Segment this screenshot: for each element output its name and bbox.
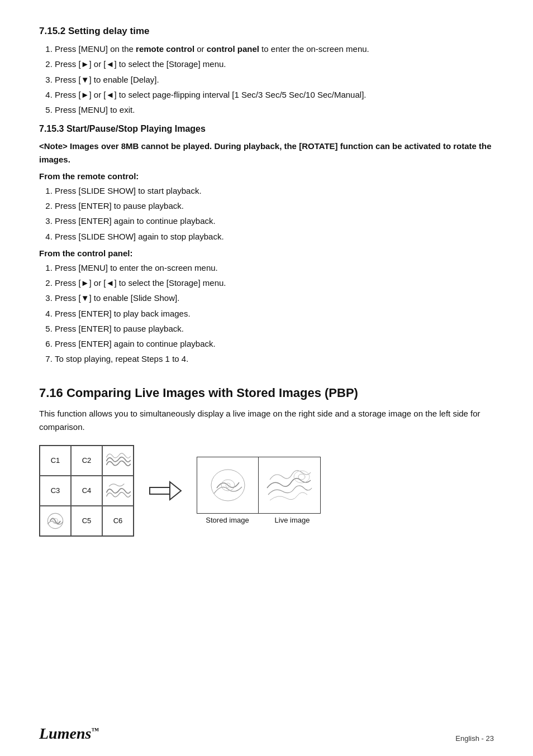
control-step-6: Press [ENTER] again to continue playback… bbox=[55, 337, 494, 350]
control-step-1: Press [MENU] to enter the on-screen menu… bbox=[55, 261, 494, 274]
arrow-right-icon bbox=[149, 480, 182, 502]
cell-c1: C1 bbox=[40, 446, 71, 476]
pbp-diagram: C1 C2 C3 C4 bbox=[39, 445, 494, 537]
section-716-description: This function allows you to simultaneous… bbox=[39, 407, 494, 434]
remote-step-3: Press [ENTER] again to continue playback… bbox=[55, 214, 494, 227]
cell-c4: C4 bbox=[71, 476, 102, 506]
remote-steps: Press [SLIDE SHOW] to start playback. Pr… bbox=[55, 184, 494, 243]
svg-point-8 bbox=[298, 474, 305, 480]
section-715-3-heading: 7.15.3 Start/Pause/Stop Playing Images bbox=[39, 124, 494, 134]
section-715-2-steps: Press [MENU] on the remote control or co… bbox=[55, 42, 494, 116]
step-2: Press [►] or [◄] to select the [Storage]… bbox=[55, 58, 494, 70]
svg-rect-2 bbox=[150, 487, 170, 494]
section-715-2-heading: 7.15.2 Setting delay time bbox=[39, 26, 494, 37]
from-remote-label: From the remote control: bbox=[39, 171, 494, 181]
cell-c6: C6 bbox=[102, 506, 134, 536]
step-5: Press [MENU] to exit. bbox=[55, 103, 494, 116]
remote-step-1: Press [SLIDE SHOW] to start playback. bbox=[55, 184, 494, 197]
storage-grid: C1 C2 C3 C4 bbox=[39, 445, 134, 537]
page-number: English - 23 bbox=[455, 734, 494, 743]
cell-c2: C2 bbox=[71, 446, 102, 476]
step-1: Press [MENU] on the remote control or co… bbox=[55, 42, 494, 55]
cell-img1 bbox=[102, 446, 134, 476]
live-image-label: Live image bbox=[261, 516, 323, 524]
lumens-logo: Lumens™ bbox=[39, 725, 99, 743]
control-step-5: Press [ENTER] to pause playback. bbox=[55, 322, 494, 335]
cell-img3 bbox=[40, 506, 71, 536]
footer: Lumens™ English - 23 bbox=[0, 725, 533, 743]
control-step-4: Press [ENTER] to play back images. bbox=[55, 307, 494, 320]
result-area: Stored image Live image bbox=[197, 457, 323, 524]
live-image-cell bbox=[259, 457, 320, 513]
control-step-2: Press [►] or [◄] to select the [Storage]… bbox=[55, 276, 494, 289]
control-steps: Press [MENU] to enter the on-screen menu… bbox=[55, 261, 494, 366]
control-step-3: Press [▼] to enable [Slide Show]. bbox=[55, 291, 494, 304]
stored-image-label: Stored image bbox=[197, 516, 258, 524]
from-control-label: From the control panel: bbox=[39, 248, 494, 258]
cell-img2 bbox=[102, 476, 134, 506]
remote-step-2: Press [ENTER] to pause playback. bbox=[55, 199, 494, 212]
control-step-7: To stop playing, repeat Steps 1 to 4. bbox=[55, 352, 494, 365]
stored-image-cell bbox=[197, 457, 259, 513]
step-4: Press [►] or [◄] to select page-flipping… bbox=[55, 88, 494, 101]
step-3: Press [▼] to enable [Delay]. bbox=[55, 73, 494, 86]
result-labels: Stored image Live image bbox=[197, 516, 323, 524]
remote-step-4: Press [SLIDE SHOW] again to stop playbac… bbox=[55, 230, 494, 243]
result-images-container bbox=[197, 457, 321, 514]
section-716-heading: 7.16 Comparing Live Images with Stored I… bbox=[39, 386, 494, 400]
cell-c3: C3 bbox=[40, 476, 71, 506]
note-text: <Note> Images over 8MB cannot be played.… bbox=[39, 140, 494, 166]
svg-marker-3 bbox=[170, 482, 181, 500]
cell-c5: C5 bbox=[71, 506, 102, 536]
